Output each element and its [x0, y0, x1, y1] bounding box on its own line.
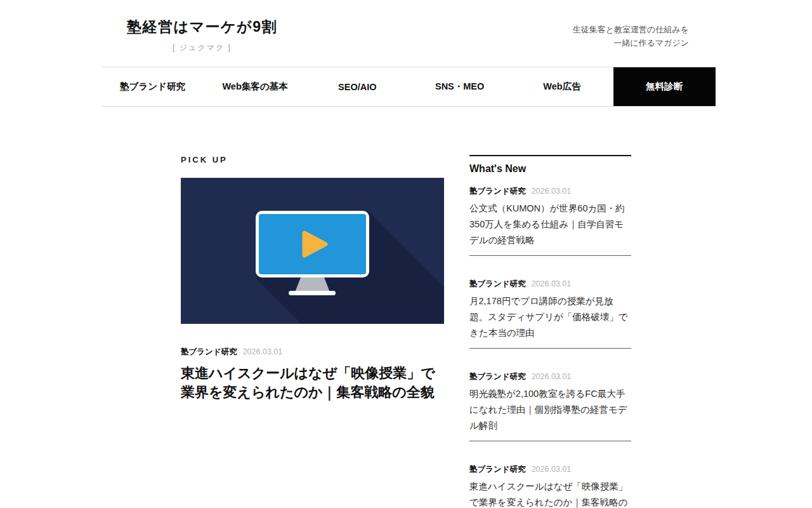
whats-new-heading: What's New — [469, 156, 631, 178]
news-entry-category: 塾ブランド研究 — [469, 186, 526, 197]
news-entry-title[interactable]: 月2,178円でプロ講師の授業が見放題。スタディサプリが「価格破壊」できた本当の… — [469, 293, 631, 341]
news-entry-meta: 塾ブランド研究 2026.03.01 — [469, 279, 631, 290]
nav-item-brand-research[interactable]: 塾ブランド研究 — [102, 67, 204, 106]
news-entry-3[interactable]: 塾ブランド研究 2026.03.01 明光義塾が2,100教室を誇るFC最大手に… — [469, 348, 631, 441]
whats-new-list: 塾ブランド研究 2026.03.01 公文式（KUMON）が世界60カ国・約35… — [469, 178, 631, 508]
pickup-article-date: 2026.03.01 — [243, 347, 283, 356]
news-entry-meta: 塾ブランド研究 2026.03.01 — [469, 371, 631, 382]
site-subtitle: [ ジュクマク ] — [127, 43, 277, 53]
site-title: 塾経営はマーケが9割 — [127, 17, 277, 37]
news-entry-date: 2026.03.01 — [532, 372, 572, 381]
pickup-article-thumbnail[interactable] — [181, 178, 444, 324]
news-entry-category: 塾ブランド研究 — [469, 371, 526, 382]
nav-item-sns-meo[interactable]: SNS・MEO — [409, 67, 511, 106]
news-entry-meta: 塾ブランド研究 2026.03.01 — [469, 186, 631, 197]
nav-item-web-basics[interactable]: Web集客の基本 — [204, 67, 306, 106]
site-tagline: 生徒集客と教室運営の仕組みを 一緒に作るマガジン — [573, 23, 689, 50]
news-entry-meta: 塾ブランド研究 2026.03.01 — [469, 464, 631, 475]
pickup-section: PICK UP 塾ブランド研究 2026.03.01 東進ハイスクールはなぜ「映… — [181, 155, 444, 508]
monitor-base — [289, 291, 336, 295]
nav-item-seo-aio[interactable]: SEO/AIO — [306, 67, 409, 106]
pickup-article-meta: 塾ブランド研究 2026.03.01 — [181, 347, 444, 358]
news-entry-2[interactable]: 塾ブランド研究 2026.03.01 月2,178円でプロ講師の授業が見放題。ス… — [469, 255, 631, 348]
monitor-stand — [295, 277, 330, 292]
news-entry-category: 塾ブランド研究 — [469, 464, 526, 475]
site-header: 塾経営はマーケが9割 [ ジュクマク ] 生徒集客と教室運営の仕組みを 一緒に作… — [102, 0, 716, 67]
pickup-article-title[interactable]: 東進ハイスクールはなぜ「映像授業」で業界を変えられたのか｜集客戦略の全貌 — [181, 364, 444, 402]
news-entry-date: 2026.03.01 — [532, 465, 572, 474]
pickup-article-category[interactable]: 塾ブランド研究 — [181, 347, 237, 358]
site-logo[interactable]: 塾経営はマーケが9割 [ ジュクマク ] — [127, 17, 277, 53]
site-tagline-line1: 生徒集客と教室運営の仕組みを — [573, 23, 689, 36]
main-nav: 塾ブランド研究 Web集客の基本 SEO/AIO SNS・MEO Web広告 無… — [102, 67, 716, 107]
main-content: PICK UP 塾ブランド研究 2026.03.01 東進ハイスクールはなぜ「映… — [181, 155, 631, 508]
pickup-section-label: PICK UP — [181, 155, 444, 164]
news-entry-category: 塾ブランド研究 — [469, 279, 526, 290]
nav-item-free-diagnosis[interactable]: 無料診断 — [613, 67, 716, 106]
nav-item-web-ads[interactable]: Web広告 — [511, 67, 613, 106]
news-entry-title[interactable]: 明光義塾が2,100教室を誇るFC最大手になれた理由｜個別指導塾の経営モデル解剖 — [469, 386, 631, 434]
news-entry-1[interactable]: 塾ブランド研究 2026.03.01 公文式（KUMON）が世界60カ国・約35… — [469, 178, 631, 255]
news-entry-date: 2026.03.01 — [532, 279, 572, 288]
news-entry-date: 2026.03.01 — [532, 187, 572, 196]
news-entry-title[interactable]: 東進ハイスクールはなぜ「映像授業」で業界を変えられたのか｜集客戦略の全貌 — [469, 479, 631, 508]
news-entry-title[interactable]: 公文式（KUMON）が世界60カ国・約350万人を集める仕組み｜自学自習モデルの… — [469, 201, 631, 248]
whats-new-sidebar: What's New 塾ブランド研究 2026.03.01 公文式（KUMON）… — [469, 155, 631, 508]
page-container: 塾経営はマーケが9割 [ ジュクマク ] 生徒集客と教室運営の仕組みを 一緒に作… — [102, 0, 716, 107]
site-tagline-line2: 一緒に作るマガジン — [573, 36, 689, 50]
news-entry-4[interactable]: 塾ブランド研究 2026.03.01 東進ハイスクールはなぜ「映像授業」で業界を… — [469, 441, 631, 508]
